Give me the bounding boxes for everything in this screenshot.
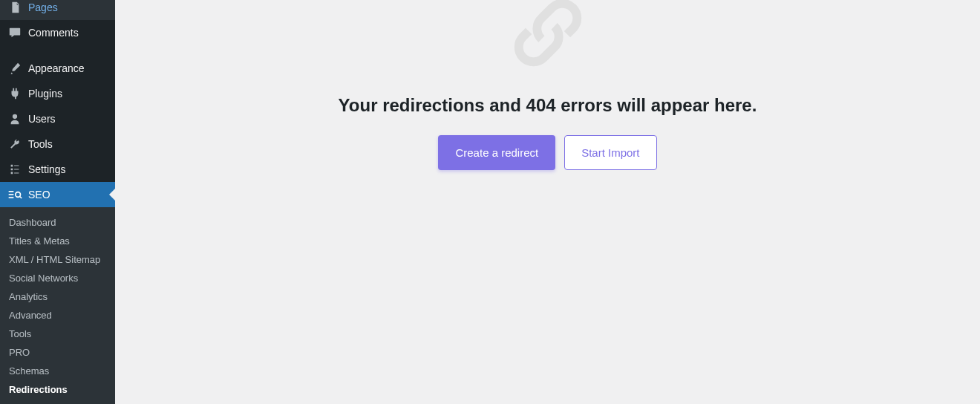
svg-line-4 — [20, 197, 22, 199]
sidebar-item-label: SEO — [28, 189, 50, 201]
svg-point-3 — [16, 192, 21, 198]
empty-state-title: Your redirections and 404 errors will ap… — [339, 95, 757, 116]
settings-icon — [7, 162, 22, 177]
main-content: Your redirections and 404 errors will ap… — [115, 0, 980, 404]
seo-submenu: Dashboard Titles & Metas XML / HTML Site… — [0, 207, 115, 404]
admin-sidebar: Pages Comments Appearance Plugins Users … — [0, 0, 115, 404]
users-icon — [7, 111, 22, 126]
comment-icon — [7, 25, 22, 40]
sidebar-item-label: Comments — [28, 27, 79, 39]
sidebar-item-users[interactable]: Users — [0, 106, 115, 131]
sidebar-item-appearance[interactable]: Appearance — [0, 56, 115, 81]
submenu-item-analytics[interactable]: Analytics — [0, 287, 115, 306]
submenu-item-titles[interactable]: Titles & Metas — [0, 232, 115, 250]
sidebar-item-label: Pages — [28, 1, 58, 13]
sidebar-item-label: Appearance — [28, 62, 85, 74]
submenu-item-tools[interactable]: Tools — [0, 325, 115, 343]
brush-icon — [7, 61, 22, 76]
submenu-item-social[interactable]: Social Networks — [0, 269, 115, 287]
create-redirect-button[interactable]: Create a redirect — [438, 135, 555, 170]
sidebar-item-pages[interactable]: Pages — [0, 0, 115, 20]
empty-state-actions: Create a redirect Start Import — [438, 135, 656, 170]
sidebar-item-label: Tools — [28, 138, 53, 150]
sidebar-item-label: Users — [28, 113, 56, 125]
submenu-item-redirections[interactable]: Redirections — [0, 380, 115, 399]
submenu-item-schemas[interactable]: Schemas — [0, 362, 115, 380]
sidebar-item-plugins[interactable]: Plugins — [0, 81, 115, 106]
sidebar-item-settings[interactable]: Settings — [0, 157, 115, 182]
sidebar-item-comments[interactable]: Comments — [0, 20, 115, 45]
page-icon — [7, 0, 22, 15]
wrench-icon — [7, 137, 22, 152]
start-import-button[interactable]: Start Import — [564, 135, 656, 170]
sidebar-item-tools[interactable]: Tools — [0, 131, 115, 157]
submenu-item-pro[interactable]: PRO — [0, 343, 115, 362]
submenu-item-dashboard[interactable]: Dashboard — [0, 213, 115, 232]
menu-separator — [0, 45, 115, 56]
sidebar-item-label: Settings — [28, 163, 66, 175]
sidebar-item-seo[interactable]: SEO — [0, 182, 115, 207]
submenu-item-advanced[interactable]: Advanced — [0, 306, 115, 325]
seo-icon — [7, 187, 22, 202]
plugin-icon — [7, 86, 22, 101]
submenu-item-sitemap[interactable]: XML / HTML Sitemap — [0, 250, 115, 269]
empty-state-link-icon — [508, 0, 588, 73]
sidebar-item-label: Plugins — [28, 88, 62, 100]
